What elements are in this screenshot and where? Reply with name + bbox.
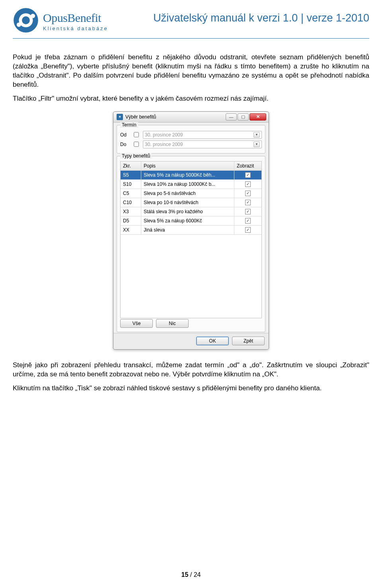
cell-popis: Sleva 5% za nákup 5000Kč běh... [141,171,234,179]
benefit-table: Zkr. Popis Zobrazit S5Sleva 5% za nákup … [120,161,262,318]
cell-zobrazit[interactable] [234,189,261,198]
body-text-lower: Stejně jako při zobrazení přehledu trans… [13,361,369,393]
zpet-button[interactable]: Zpět [232,337,265,345]
do-date-value: 30. prosince 2009 [145,142,183,147]
od-date-value: 30. prosince 2009 [145,132,183,138]
cell-popis: Stálá sleva 3% pro každého [141,207,234,216]
cell-zobrazit[interactable] [234,171,261,179]
zobrazit-checkbox[interactable] [245,200,251,205]
cell-zobrazit[interactable] [234,180,261,189]
logo-title: OpusBenefit [43,11,108,25]
types-legend: Typy benefitů [120,153,152,159]
cell-zkr: C5 [121,189,141,198]
logo: OpusBenefit Klientská databáze [13,7,108,35]
zobrazit-checkbox[interactable] [245,191,251,196]
cell-popis: Sleva 5% za nákup 6000Kč [141,216,234,225]
cell-zkr: C10 [121,198,141,207]
cell-zkr: S5 [121,171,141,179]
dialog-titlebar[interactable]: Výběr benefitů [113,112,269,123]
do-label: Do [120,142,130,147]
zobrazit-checkbox[interactable] [245,227,251,233]
nic-button[interactable]: Nic [156,319,189,328]
table-row[interactable]: C5Sleva po 5-ti návštěvách [121,189,261,198]
table-row[interactable]: X3Stálá sleva 3% pro každého [121,207,261,216]
app-icon [117,114,123,120]
body-text: Pokud je třeba záznam o přidělení benefi… [13,53,369,103]
od-date-field[interactable]: 30. prosince 2009 ▼ [143,131,262,139]
cell-zkr: D5 [121,216,141,225]
header-divider [13,38,369,39]
dialog-window: Výběr benefitů Termín Od 30. prosince 20… [113,111,269,350]
dialog-title: Výběr benefitů [125,114,156,120]
svg-point-4 [17,23,21,27]
termin-group: Termín Od 30. prosince 2009 ▼ Do 30. pro… [117,125,265,154]
table-row[interactable]: XXJiná sleva [121,226,261,235]
paragraph-4: Kliknutím na tlačítko „Tisk" se zobrazí … [13,384,369,393]
col-popis[interactable]: Popis [141,162,234,170]
table-row[interactable]: C10Sleva po 10-ti návštěvách [121,198,261,207]
col-zkr[interactable]: Zkr. [121,162,141,170]
close-button[interactable] [249,113,266,121]
zobrazit-checkbox[interactable] [245,181,251,187]
logo-subtitle: Klientská databáze [43,25,108,31]
manual-title: Uživatelský manuál k verzi 1.0 | verze 1… [153,12,369,24]
chevron-down-icon[interactable]: ▼ [253,132,260,138]
cell-zobrazit[interactable] [234,226,261,234]
do-date-field[interactable]: 30. prosince 2009 ▼ [143,140,262,148]
table-row[interactable]: D5Sleva 5% za nákup 6000Kč [121,216,261,226]
cell-zkr: XX [121,226,141,234]
paragraph-1: Pokud je třeba záznam o přidělení benefi… [13,53,369,90]
cell-popis: Jiná sleva [141,226,234,234]
cell-zkr: X3 [121,207,141,216]
od-checkbox[interactable] [134,132,139,137]
page-current: 15 [181,571,189,578]
od-label: Od [120,132,130,138]
table-header: Zkr. Popis Zobrazit [121,162,261,171]
svg-point-3 [31,14,35,18]
vse-button[interactable]: Vše [120,319,153,328]
cell-zkr: S10 [121,180,141,189]
minimize-button[interactable] [226,113,237,121]
logo-icon [13,7,39,35]
cell-zobrazit[interactable] [234,207,261,216]
maximize-button[interactable] [238,113,249,121]
col-zobrazit[interactable]: Zobrazit [234,162,261,170]
table-row[interactable]: S5Sleva 5% za nákup 5000Kč běh... [121,171,261,180]
paragraph-2: Tlačítko „Filtr" umožní vybrat, které be… [13,94,369,103]
zobrazit-checkbox[interactable] [245,172,251,178]
cell-zobrazit[interactable] [234,216,261,225]
termin-legend: Termín [120,122,138,128]
ok-button[interactable]: OK [196,337,229,345]
cell-popis: Sleva 10% za nákup 10000Kč b... [141,180,234,189]
cell-popis: Sleva po 5-ti návštěvách [141,189,234,198]
cell-zobrazit[interactable] [234,198,261,207]
page-total: 24 [194,571,201,578]
paragraph-3: Stejně jako při zobrazení přehledu trans… [13,361,369,379]
table-row[interactable]: S10Sleva 10% za nákup 10000Kč b... [121,180,261,189]
do-checkbox[interactable] [134,142,139,147]
page-header: OpusBenefit Klientská databáze Uživatels… [13,7,369,37]
svg-point-2 [22,16,30,24]
page-sep: / [188,571,193,578]
chevron-down-icon[interactable]: ▼ [253,142,260,147]
zobrazit-checkbox[interactable] [245,218,251,224]
page-footer: 15 / 24 [0,571,382,578]
zobrazit-checkbox[interactable] [245,209,251,214]
cell-popis: Sleva po 10-ti návštěvách [141,198,234,207]
types-group: Typy benefitů Zkr. Popis Zobrazit S5Slev… [117,156,265,332]
